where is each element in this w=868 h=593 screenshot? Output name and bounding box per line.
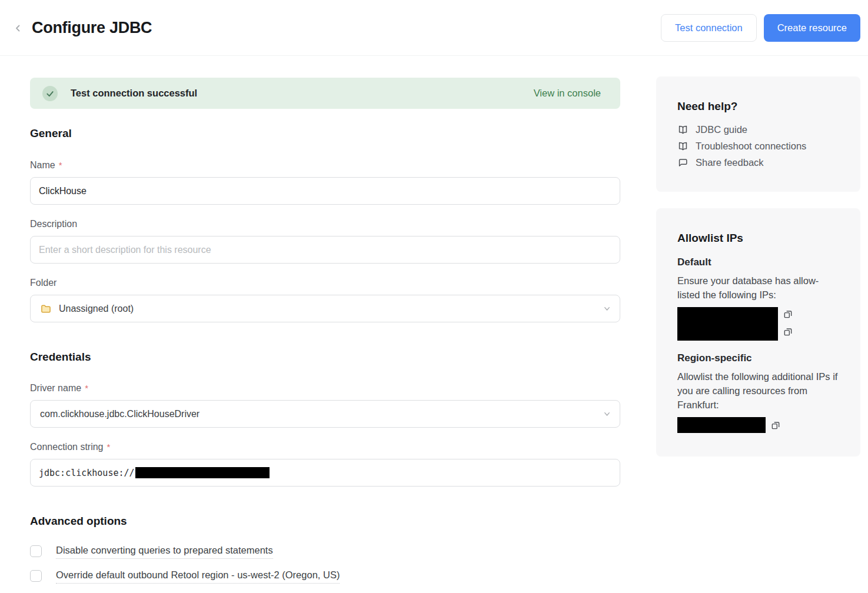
driver-name-value: com.clickhouse.jdbc.ClickHouseDriver	[39, 409, 199, 419]
driver-name-label: Driver name*	[30, 383, 88, 394]
allowlist-ips-heading: Allowlist IPs	[677, 232, 839, 245]
content-area: Test connection successful View in conso…	[0, 56, 868, 584]
view-in-console-link[interactable]: View in console	[534, 88, 601, 99]
test-connection-button[interactable]: Test connection	[661, 14, 757, 42]
advanced-options-heading: Advanced options	[30, 515, 620, 528]
copy-ip-button[interactable]	[783, 327, 793, 337]
folder-icon	[40, 303, 52, 315]
disable-prepared-statements-label: Disable converting queries to prepared s…	[56, 545, 273, 559]
default-ip-list	[677, 307, 839, 341]
redacted-default-ips	[677, 307, 778, 341]
success-banner: Test connection successful View in conso…	[30, 78, 620, 109]
required-asterisk: *	[107, 442, 111, 452]
option-row-override-region: Override default outbound Retool region …	[30, 569, 620, 584]
chevron-down-icon	[603, 409, 611, 418]
help-link-label: JDBC guide	[696, 124, 747, 135]
page-header: Configure JDBC Test connection Create re…	[0, 0, 868, 56]
share-feedback-link[interactable]: Share feedback	[677, 157, 839, 168]
general-section-heading: General	[30, 127, 620, 140]
disable-prepared-statements-checkbox[interactable]	[30, 545, 42, 557]
header-actions: Test connection Create resource	[661, 14, 860, 42]
copy-ip-button[interactable]	[771, 421, 780, 430]
copy-ip-button[interactable]	[783, 309, 793, 319]
folder-label: Folder	[30, 278, 56, 288]
override-region-checkbox[interactable]	[30, 570, 42, 582]
allowlist-region-text: Allowlist the following additional IPs i…	[677, 369, 839, 412]
configuration-form: Test connection successful View in conso…	[30, 56, 620, 584]
back-button[interactable]	[11, 21, 26, 36]
redacted-region-ip	[677, 417, 766, 433]
page-title: Configure JDBC	[32, 19, 152, 37]
need-help-heading: Need help?	[677, 100, 839, 113]
credentials-section-heading: Credentials	[30, 351, 620, 364]
required-asterisk: *	[59, 160, 62, 171]
success-check-icon	[42, 86, 58, 101]
jdbc-guide-link[interactable]: JDBC guide	[677, 124, 839, 135]
description-label: Description	[30, 219, 77, 229]
driver-name-select[interactable]: com.clickhouse.jdbc.ClickHouseDriver	[30, 400, 620, 428]
troubleshoot-connections-link[interactable]: Troubleshoot connections	[677, 141, 839, 152]
name-input[interactable]	[30, 177, 620, 205]
help-link-label: Share feedback	[696, 157, 764, 168]
connection-string-label: Connection string*	[30, 442, 110, 452]
region-ip-list	[677, 417, 839, 433]
banner-message: Test connection successful	[71, 88, 197, 99]
allowlist-region-heading: Region-specific	[677, 352, 839, 364]
chat-bubble-icon	[677, 157, 689, 168]
required-asterisk: *	[85, 383, 88, 394]
need-help-card: Need help? JDBC guide Troubleshoot conne…	[656, 76, 860, 192]
allowlist-default-text: Ensure your database has allow-listed th…	[677, 274, 839, 302]
allowlist-ips-card: Allowlist IPs Default Ensure your databa…	[656, 208, 860, 457]
book-icon	[677, 141, 689, 152]
name-label: Name*	[30, 160, 62, 171]
connection-string-input[interactable]: jdbc:clickhouse://	[30, 459, 620, 487]
help-sidebar: Need help? JDBC guide Troubleshoot conne…	[656, 56, 860, 584]
redacted-connection-host	[135, 467, 270, 478]
create-resource-button[interactable]: Create resource	[764, 14, 860, 42]
override-region-label: Override default outbound Retool region …	[56, 569, 340, 584]
option-row-prepared-statements: Disable converting queries to prepared s…	[30, 545, 620, 559]
description-input[interactable]	[30, 236, 620, 264]
book-icon	[677, 124, 689, 135]
folder-select-value: Unassigned (root)	[59, 304, 134, 314]
connection-string-value: jdbc:clickhouse://	[39, 468, 135, 478]
folder-select[interactable]: Unassigned (root)	[30, 295, 620, 322]
chevron-down-icon	[603, 304, 611, 313]
help-link-label: Troubleshoot connections	[696, 141, 806, 152]
allowlist-default-heading: Default	[677, 256, 839, 268]
chevron-left-icon	[13, 23, 24, 34]
